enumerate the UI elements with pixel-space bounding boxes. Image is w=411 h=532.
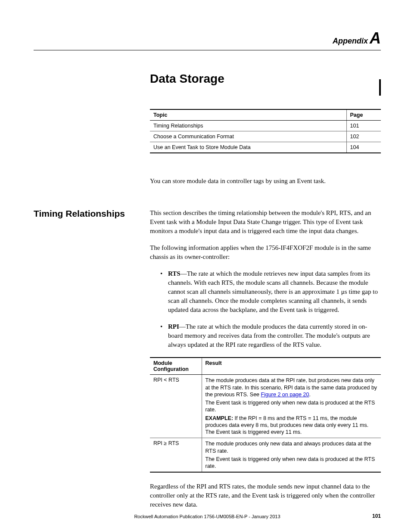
rt-result: The module produces only new data and al… (202, 438, 381, 473)
rt-result: The module produces data at the RPI rate… (202, 375, 381, 438)
toc-topic: Timing Relationships (150, 121, 346, 131)
rt-line: The module produces only new data and al… (206, 440, 378, 454)
toc-page: 102 (346, 131, 381, 142)
content-area: Data Storage Topic Page Timing Relations… (150, 72, 381, 509)
bullet-term: RPI (168, 323, 179, 330)
rt-line: EXAMPLE: If the RPI = 8 ms and the RTS =… (206, 415, 378, 436)
rt-line: The Event task is triggered only when ne… (206, 399, 378, 414)
body-paragraph: The following information applies when t… (150, 243, 381, 261)
toc-row: Timing Relationships 101 (150, 121, 381, 131)
page-number: 101 (372, 513, 381, 519)
bullet-item: RPI—The rate at which the module produce… (160, 322, 381, 349)
appendix-header: Appendix A (34, 29, 381, 50)
bullet-list: RTS—The rate at which the module retriev… (160, 269, 381, 349)
rt-config: RPI ≥ RTS (150, 438, 202, 473)
result-table: Module Configuration Result RPI < RTS Th… (150, 357, 381, 473)
page: Appendix A Data Storage Topic Page Timin… (0, 0, 411, 509)
intro-paragraph: You can store module data in controller … (150, 177, 381, 185)
rt-row: RPI ≥ RTS The module produces only new d… (150, 438, 381, 473)
toc-col-page: Page (346, 109, 381, 121)
rt-line: The Event task is triggered only when ne… (206, 456, 378, 470)
rt-line: The module produces data at the RPI rate… (206, 377, 378, 398)
footer-publication: Rockwell Automation Publication 1756-UM0… (134, 514, 280, 519)
rt-link[interactable]: Figure 2 on page 20 (261, 392, 309, 398)
bullet-term: RTS (168, 270, 181, 277)
bullet-item: RTS—The rate at which the module retriev… (160, 269, 381, 314)
rt-row: RPI < RTS The module produces data at th… (150, 375, 381, 438)
toc-page: 104 (346, 142, 381, 153)
appendix-letter: A (370, 29, 381, 47)
section-timing: Timing Relationships This section descri… (150, 208, 381, 509)
footer: Rockwell Automation Publication 1756-UM0… (34, 514, 381, 519)
toc-row: Use an Event Task to Store Module Data 1… (150, 142, 381, 153)
bullet-text: —The rate at which the module produces t… (168, 323, 370, 348)
rt-col-config: Module Configuration (150, 358, 202, 375)
section-title: Timing Relationships (34, 208, 141, 219)
toc-table: Topic Page Timing Relationships 101 Choo… (150, 109, 381, 153)
appendix-word: Appendix (333, 37, 368, 46)
body-paragraph: This section describes the timing relati… (150, 208, 381, 236)
change-bar-icon (379, 79, 381, 96)
closing-paragraph: Regardless of the RPI and RTS rates, the… (150, 482, 381, 509)
rt-config: RPI < RTS (150, 375, 202, 438)
rt-example-label: EXAMPLE: (206, 415, 234, 421)
chapter-title: Data Storage (150, 72, 381, 86)
toc-row: Choose a Communication Format 102 (150, 131, 381, 142)
rt-text: . (309, 392, 310, 398)
toc-col-topic: Topic (150, 109, 346, 121)
toc-topic: Choose a Communication Format (150, 131, 346, 142)
bullet-text: —The rate at which the module retrieves … (168, 270, 378, 313)
toc-page: 101 (346, 121, 381, 131)
rt-col-result: Result (202, 358, 381, 375)
toc-topic: Use an Event Task to Store Module Data (150, 142, 346, 153)
